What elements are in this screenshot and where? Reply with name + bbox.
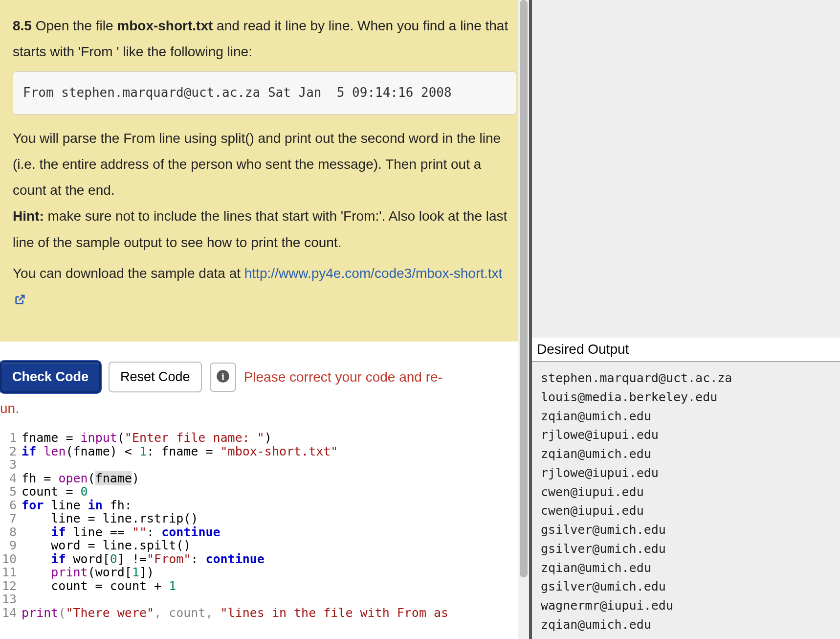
exercise-number: 8.5 [13,18,32,33]
error-message: Please correct your code and re- [244,369,442,385]
download-line: You can download the sample data at http… [13,260,516,312]
exercise-filename: mbox-short.txt [117,18,213,33]
scrollbar-thumb[interactable] [520,0,528,577]
your-output-area [532,0,840,338]
error-message-cont: un. [0,401,529,416]
exercise-description: 8.5 Open the file mbox-short.txt and rea… [0,0,529,342]
hint-text: make sure not to include the lines that … [13,208,507,250]
left-pane: 8.5 Open the file mbox-short.txt and rea… [0,0,529,639]
info-icon: i [216,369,230,385]
exercise-hint: Hint: make sure not to include the lines… [13,203,516,255]
svg-text:i: i [221,371,224,382]
desired-output-body: stephen.marquard@uct.ac.za louis@media.b… [532,362,840,639]
hint-label: Hint: [13,208,44,224]
info-button[interactable]: i [210,363,236,392]
check-code-button[interactable]: Check Code [0,361,101,393]
external-link-icon [15,287,25,298]
code-editor[interactable]: 1 2 3 4 5 6 7 8 9 10 11 12 13 14 fname =… [0,431,529,619]
right-pane: Desired Output stephen.marquard@uct.ac.z… [529,0,840,639]
desired-output-header: Desired Output [532,338,840,362]
toolbar: Check Code Reset Code i Please correct y… [0,342,529,398]
left-scrollbar[interactable] [518,0,529,639]
code-area[interactable]: fname = input("Enter file name: ") if le… [22,431,448,619]
line-number-gutter: 1 2 3 4 5 6 7 8 9 10 11 12 13 14 [0,431,22,619]
sample-from-line: From stephen.marquard@uct.ac.za Sat Jan … [13,71,516,114]
exercise-instructions: You will parse the From line using split… [13,125,516,204]
exercise-intro: 8.5 Open the file mbox-short.txt and rea… [13,13,516,65]
reset-code-button[interactable]: Reset Code [109,362,202,392]
